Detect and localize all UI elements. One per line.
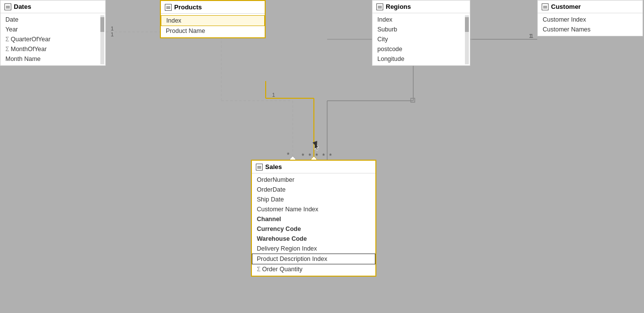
diagram-canvas: 1 1 * 1 * * * * * 1 1	[0, 0, 644, 313]
table-customer[interactable]: Customer Customer Index Customer Names	[537, 0, 643, 36]
table-dates-body: Date Year ΣQuarterOfYear ΣMonthOfYear Mo…	[0, 13, 105, 65]
list-item: Date	[0, 15, 105, 25]
table-customer-body: Customer Index Customer Names	[538, 13, 643, 36]
list-item: Channel	[252, 214, 375, 224]
svg-text:*: *	[322, 152, 325, 160]
svg-text:*: *	[315, 152, 318, 160]
table-products-title: Products	[174, 3, 202, 11]
list-item: Ship Date	[252, 195, 375, 204]
table-regions-header: Regions	[372, 0, 470, 13]
svg-text:*: *	[329, 152, 332, 160]
list-item: Customer Index	[538, 15, 643, 25]
list-item: OrderDate	[252, 185, 375, 195]
list-item: Year	[0, 25, 105, 34]
list-item: City	[372, 34, 470, 44]
table-sales[interactable]: Sales OrderNumber OrderDate Ship Date Cu…	[251, 160, 376, 277]
table-customer-title: Customer	[551, 3, 581, 10]
svg-text:1: 1	[529, 33, 532, 39]
list-item: Month Name	[0, 54, 105, 64]
list-item[interactable]: Product Description Index	[252, 254, 375, 264]
list-item: Customer Name Index	[252, 204, 375, 214]
table-products[interactable]: Products Index Product Name	[160, 0, 266, 38]
table-regions-body: Index Suburb City postcode Longitude	[372, 13, 470, 65]
list-item: postcode	[372, 44, 470, 54]
table-products-header: Products	[161, 1, 265, 14]
list-item: Delivery Region Index	[252, 244, 375, 254]
table-regions-icon	[376, 3, 383, 10]
table-sales-body: OrderNumber OrderDate Ship Date Customer…	[252, 173, 375, 276]
table-products-icon	[165, 4, 172, 11]
list-item: Product Name	[161, 26, 265, 36]
table-regions[interactable]: Regions Index Suburb City postcode Longi…	[372, 0, 470, 66]
list-item: Customer Names	[538, 25, 643, 34]
list-item: ΣOrder Quantity	[252, 264, 375, 274]
list-item: OrderNumber	[252, 175, 375, 185]
svg-text:1: 1	[272, 92, 275, 98]
list-item: Warehouse Code	[252, 234, 375, 244]
table-sales-icon	[256, 164, 263, 171]
table-customer-icon	[542, 3, 549, 10]
svg-text:*: *	[308, 152, 311, 160]
table-sales-title: Sales	[265, 163, 282, 171]
table-products-body: Index Product Name	[161, 14, 265, 37]
svg-marker-27	[314, 142, 319, 150]
svg-text:*: *	[302, 152, 305, 160]
svg-text:1: 1	[111, 31, 114, 37]
list-item: Index	[372, 15, 470, 25]
list-item: Suburb	[372, 25, 470, 34]
svg-text:1: 1	[111, 26, 114, 31]
list-item: Currency Code	[252, 224, 375, 234]
list-item: Longitude	[372, 54, 470, 64]
table-sales-header: Sales	[252, 161, 375, 173]
table-dates-icon	[4, 3, 11, 10]
list-item: ΣMonthOfYear	[0, 44, 105, 54]
list-item: Index	[161, 15, 265, 26]
svg-rect-21	[411, 98, 415, 102]
table-dates[interactable]: Dates Date Year ΣQuarterOfYear ΣMonthOfY…	[0, 0, 106, 66]
table-regions-title: Regions	[386, 3, 411, 10]
table-customer-header: Customer	[538, 0, 643, 13]
list-item: ΣQuarterOfYear	[0, 34, 105, 44]
mouse-cursor	[313, 142, 319, 150]
table-dates-title: Dates	[14, 3, 31, 10]
svg-text:1: 1	[530, 33, 533, 39]
svg-text:*: *	[287, 151, 290, 159]
table-dates-header: Dates	[0, 0, 105, 13]
